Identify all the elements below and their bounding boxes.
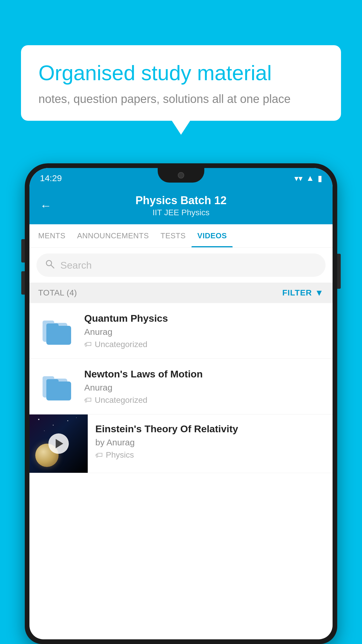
video-list: Quantum Physics Anurag 🏷 Uncategorized (29, 303, 333, 473)
video-info: Newton's Laws of Motion Anurag 🏷 Uncateg… (84, 368, 324, 405)
header-title-group: Physics Batch 12 IIT JEE Physics (59, 194, 303, 217)
tab-ments[interactable]: MENTS (32, 224, 71, 247)
speech-bubble-title: Organised study material (38, 60, 324, 85)
front-camera (178, 172, 184, 178)
batch-title: Physics Batch 12 (59, 194, 303, 207)
video-info: Einstein's Theory Of Relativity by Anura… (88, 414, 333, 468)
list-item[interactable]: Newton's Laws of Motion Anurag 🏷 Uncateg… (29, 359, 333, 414)
search-placeholder: Search (60, 260, 92, 271)
tag-icon: 🏷 (95, 451, 103, 460)
video-author: by Anurag (95, 438, 325, 447)
speech-bubble-subtitle: notes, question papers, solutions all at… (38, 92, 324, 106)
search-container: Search (29, 248, 333, 283)
filter-button[interactable]: FILTER ▼ (282, 288, 324, 298)
list-item[interactable]: Einstein's Theory Of Relativity by Anura… (29, 414, 333, 473)
tag-icon: 🏷 (84, 340, 92, 349)
folder-thumbnail (38, 368, 76, 405)
battery-icon: ▮ (318, 174, 322, 183)
back-button[interactable]: ← (40, 199, 52, 212)
app-header: ← Physics Batch 12 IIT JEE Physics (29, 188, 333, 224)
filter-label: FILTER (282, 288, 312, 298)
phone-notch (158, 168, 204, 183)
video-info: Quantum Physics Anurag 🏷 Uncategorized (84, 313, 324, 349)
status-bar: 14:29 ▾▾ ▲ ▮ (29, 168, 333, 188)
batch-subtitle: IIT JEE Physics (59, 208, 303, 217)
search-bar[interactable]: Search (36, 253, 326, 277)
svg-line-1 (51, 265, 54, 268)
video-title: Newton's Laws of Motion (84, 368, 324, 380)
video-tag: 🏷 Uncategorized (84, 340, 324, 349)
tag-label: Physics (106, 450, 134, 460)
tag-label: Uncategorized (95, 396, 147, 405)
video-author: Anurag (84, 327, 324, 337)
phone-screen: 14:29 ▾▾ ▲ ▮ ← Physics Batch 12 IIT JEE … (29, 168, 333, 639)
tabs-bar: MENTS ANNOUNCEMENTS TESTS VIDEOS (29, 224, 333, 248)
video-thumbnail (29, 414, 88, 473)
phone-volume-up-button (21, 239, 25, 262)
tab-announcements[interactable]: ANNOUNCEMENTS (71, 224, 155, 247)
video-title: Einstein's Theory Of Relativity (95, 423, 325, 435)
phone-power-button (337, 254, 341, 289)
play-button[interactable] (48, 433, 69, 454)
folder-thumbnail (38, 312, 76, 350)
speech-bubble: Organised study material notes, question… (21, 45, 341, 121)
tab-videos[interactable]: VIDEOS (191, 224, 233, 247)
svg-rect-9 (46, 379, 59, 384)
video-tag: 🏷 Uncategorized (84, 396, 324, 405)
status-icons: ▾▾ ▲ ▮ (294, 174, 322, 183)
wifi-icon: ▾▾ (294, 174, 303, 183)
svg-rect-5 (46, 323, 59, 329)
play-icon (56, 439, 63, 448)
list-item[interactable]: Quantum Physics Anurag 🏷 Uncategorized (29, 303, 333, 359)
tag-icon: 🏷 (84, 396, 92, 405)
signal-icon: ▲ (306, 174, 314, 183)
speech-bubble-container: Organised study material notes, question… (21, 45, 341, 121)
tab-tests[interactable]: TESTS (155, 224, 191, 247)
tag-label: Uncategorized (95, 340, 147, 349)
filter-row: TOTAL (4) FILTER ▼ (29, 283, 333, 303)
search-icon (45, 259, 55, 272)
video-title: Quantum Physics (84, 313, 324, 324)
phone-volume-down-button (21, 271, 25, 295)
status-time: 14:29 (40, 173, 62, 183)
video-tag: 🏷 Physics (95, 450, 325, 460)
video-author: Anurag (84, 383, 324, 393)
total-count: TOTAL (4) (38, 288, 77, 298)
filter-icon: ▼ (315, 288, 324, 298)
phone-frame: 14:29 ▾▾ ▲ ▮ ← Physics Batch 12 IIT JEE … (25, 163, 337, 644)
